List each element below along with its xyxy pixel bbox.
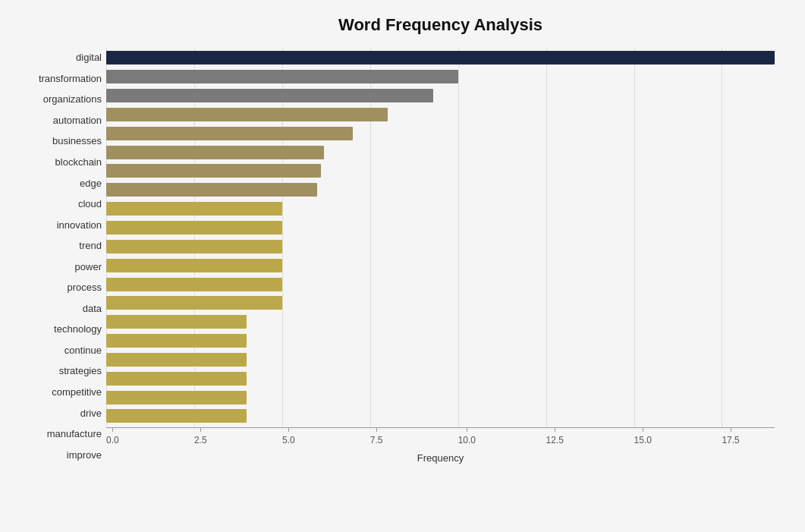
- x-tick-line: [467, 428, 467, 432]
- bar-row: [106, 87, 775, 104]
- x-axis-title: Frequency: [417, 452, 464, 464]
- x-tick-label: 10.0: [458, 435, 476, 445]
- x-tick-line: [555, 428, 555, 432]
- x-tick-label: 15.0: [634, 435, 652, 445]
- y-label: process: [15, 279, 102, 297]
- bar-row: [106, 125, 775, 142]
- y-label: power: [15, 257, 102, 275]
- y-label: automation: [15, 111, 102, 129]
- x-tick-label: 7.5: [370, 435, 383, 445]
- x-tick-line: [731, 428, 731, 432]
- y-label: manufacture: [15, 425, 102, 443]
- x-tick: 12.5: [546, 428, 564, 445]
- y-label: organizations: [15, 90, 102, 109]
- bar: [106, 372, 247, 386]
- y-label: businesses: [15, 132, 102, 150]
- x-tick: 7.5: [370, 428, 383, 445]
- bar: [106, 183, 317, 197]
- bar: [106, 164, 321, 178]
- x-axis: Frequency 0.02.55.07.510.012.515.017.5: [106, 427, 775, 465]
- y-label: transformation: [15, 69, 102, 87]
- y-label: cloud: [15, 195, 102, 213]
- bars-and-xaxis: Frequency 0.02.55.07.510.012.515.017.5: [106, 47, 775, 465]
- bar-row: [106, 276, 775, 293]
- y-label: continue: [15, 341, 102, 359]
- bar: [106, 221, 282, 235]
- bar: [106, 353, 247, 367]
- bar-row: [106, 351, 775, 368]
- bar: [106, 391, 247, 405]
- y-label: innovation: [15, 216, 102, 234]
- x-tick-label: 2.5: [194, 435, 207, 445]
- bar-row: [106, 257, 775, 274]
- bar-row: [106, 370, 775, 387]
- y-label: improve: [15, 445, 102, 464]
- bar-row: [106, 181, 775, 198]
- bar-row: [106, 313, 775, 330]
- x-tick: 10.0: [458, 428, 476, 445]
- bar: [106, 315, 247, 329]
- bar-row: [106, 200, 775, 217]
- bar-row: [106, 389, 775, 406]
- x-tick-label: 5.0: [282, 435, 295, 445]
- bar: [106, 70, 458, 83]
- y-label: digital: [15, 49, 102, 67]
- y-label: data: [15, 299, 102, 317]
- bar: [106, 409, 247, 423]
- x-tick: 0.0: [106, 428, 119, 445]
- bar-row: [106, 408, 775, 424]
- bar: [106, 278, 282, 291]
- x-tick: 2.5: [194, 428, 207, 445]
- bar: [106, 334, 247, 348]
- bar: [106, 296, 282, 310]
- x-tick-label: 0.0: [106, 435, 119, 445]
- bar: [106, 51, 775, 65]
- x-tick-label: 17.5: [722, 435, 739, 445]
- x-tick-line: [200, 428, 201, 432]
- x-tick-line: [643, 428, 643, 432]
- bar: [106, 89, 433, 102]
- x-tick-line: [288, 428, 289, 432]
- chart-area: digitaltransformationorganizationsautoma…: [15, 47, 775, 465]
- bar-row: [106, 294, 775, 311]
- chart-title: Word Frequency Analysis: [15, 15, 775, 35]
- bar-row: [106, 162, 775, 179]
- y-labels: digitaltransformationorganizationsautoma…: [15, 47, 106, 465]
- chart-container: Word Frequency Analysis digitaltransform…: [0, 0, 805, 532]
- bar: [106, 240, 282, 253]
- bar-row: [106, 144, 775, 161]
- x-tick: 5.0: [282, 428, 295, 445]
- bar-row: [106, 68, 775, 85]
- bar-row: [106, 106, 775, 123]
- y-label: drive: [15, 404, 102, 422]
- x-tick-line: [376, 428, 377, 432]
- x-tick-label: 12.5: [546, 435, 564, 445]
- x-tick: 17.5: [722, 428, 739, 445]
- y-label: technology: [15, 320, 102, 338]
- y-label: trend: [15, 237, 102, 255]
- bars-area: [106, 47, 775, 427]
- bar: [106, 127, 353, 140]
- y-label: blockchain: [15, 153, 102, 172]
- bar-row: [106, 49, 775, 66]
- x-tick-line: [112, 428, 113, 432]
- y-label: edge: [15, 174, 102, 192]
- bar-row: [106, 238, 775, 255]
- x-tick: 15.0: [634, 428, 652, 445]
- bar-row: [106, 219, 775, 236]
- bar: [106, 202, 282, 216]
- bar: [106, 146, 324, 159]
- bar: [106, 108, 388, 121]
- y-label: competitive: [15, 383, 102, 401]
- y-label: strategies: [15, 362, 102, 380]
- bar-row: [106, 332, 775, 349]
- bar: [106, 259, 282, 272]
